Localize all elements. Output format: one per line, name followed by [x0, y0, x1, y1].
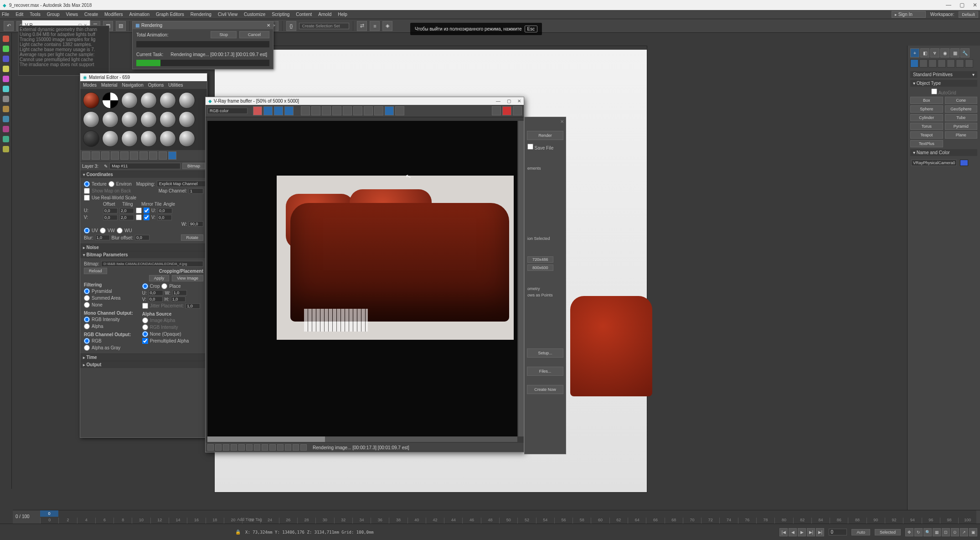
- vfb-hscrollbar[interactable]: [207, 436, 517, 442]
- vfb-close-icon[interactable]: ✕: [517, 99, 521, 104]
- workspace-dropdown[interactable]: Default: [959, 11, 978, 18]
- menu-tools[interactable]: Tools: [30, 12, 40, 17]
- cmd-modify-tab[interactable]: ◧: [920, 48, 929, 57]
- menu-animation[interactable]: Animation: [129, 12, 150, 17]
- geosphere-button[interactable]: GeoSphere: [945, 105, 978, 113]
- menu-edit[interactable]: Edit: [15, 12, 23, 17]
- cmd-utilities-tab[interactable]: 🔧: [960, 48, 970, 57]
- rgbout-alphagray[interactable]: [84, 345, 90, 351]
- createnow-button[interactable]: Create Now: [527, 385, 563, 394]
- rollout-bitmap[interactable]: ▾ Bitmap Parameters: [80, 251, 207, 258]
- vfb-stop-button[interactable]: [502, 106, 511, 115]
- filter-pyramidal[interactable]: [84, 288, 90, 294]
- material-slot[interactable]: [160, 130, 176, 147]
- vfb-btn[interactable]: [322, 106, 331, 115]
- medit-tb-btn[interactable]: [159, 151, 167, 160]
- ribbon-icon[interactable]: [3, 56, 9, 62]
- material-slot[interactable]: [179, 130, 195, 147]
- cat-spacewarps-icon[interactable]: [956, 59, 964, 68]
- vfb-vscrollbar[interactable]: [518, 121, 524, 436]
- vfb-btn[interactable]: [513, 106, 522, 115]
- render-button[interactable]: Render: [527, 131, 563, 140]
- environ-radio[interactable]: [108, 181, 114, 187]
- ribbon-icon[interactable]: [3, 76, 9, 82]
- prev-frame-button[interactable]: ◀: [789, 528, 797, 536]
- vfb-btn[interactable]: [374, 106, 383, 115]
- ribbon-icon[interactable]: [3, 86, 9, 92]
- material-slot[interactable]: [179, 92, 195, 109]
- vfb-btn[interactable]: [492, 106, 501, 115]
- cmd-display-tab[interactable]: ▦: [950, 48, 959, 57]
- nav-button[interactable]: ▣: [969, 528, 977, 536]
- v-tiling[interactable]: [119, 215, 134, 220]
- rollout-output[interactable]: ▸ Output: [80, 361, 207, 368]
- goto-end-button[interactable]: ▶|: [816, 528, 824, 536]
- showmap-check[interactable]: [84, 188, 90, 194]
- rotate-button[interactable]: Rotate: [181, 234, 203, 241]
- premult-check[interactable]: [142, 338, 148, 344]
- menu-civilview[interactable]: Civil View: [218, 12, 237, 17]
- u-tile[interactable]: [144, 208, 150, 213]
- material-slot[interactable]: [83, 111, 99, 128]
- plane-button[interactable]: Plane: [945, 131, 978, 139]
- filter-summed[interactable]: [84, 295, 90, 301]
- signin-dropdown[interactable]: ▸ Sign In: [892, 11, 926, 18]
- nav-button[interactable]: ↻: [914, 528, 923, 536]
- textplus-button[interactable]: TextPlus: [910, 140, 943, 147]
- cmd-hierarchy-tab[interactable]: ⛛: [930, 48, 939, 57]
- crop-u[interactable]: [149, 290, 163, 296]
- w-angle[interactable]: [189, 221, 203, 227]
- ribbon-icon[interactable]: [3, 126, 9, 132]
- vfb-btn[interactable]: [301, 106, 310, 115]
- vfb-canvas[interactable]: [207, 121, 517, 436]
- cancel-button[interactable]: Cancel: [239, 31, 269, 38]
- autogrid-check[interactable]: [931, 88, 937, 94]
- minimize-icon[interactable]: —: [946, 2, 951, 8]
- mono-rgbint[interactable]: [84, 317, 90, 322]
- menu-rendering[interactable]: Rendering: [191, 12, 211, 17]
- objtype-rollout[interactable]: ▾ Object Type: [910, 80, 977, 87]
- teapot-button[interactable]: Teapot: [910, 131, 943, 139]
- menu-modifiers[interactable]: Modifiers: [104, 12, 123, 17]
- cat-lights-icon[interactable]: [928, 59, 937, 68]
- ribbon-icon[interactable]: [3, 116, 9, 122]
- material-slot[interactable]: [102, 130, 119, 147]
- texture-radio[interactable]: [84, 181, 90, 187]
- material-slot[interactable]: [102, 92, 119, 109]
- vfb-btn[interactable]: [332, 106, 341, 115]
- medit-tb-btn[interactable]: [120, 151, 129, 160]
- vfb-sbtn[interactable]: [231, 444, 237, 451]
- cat-systems-icon[interactable]: [965, 59, 973, 68]
- mapping-dropdown[interactable]: Explicit Map Channel: [157, 181, 207, 187]
- material-slot[interactable]: [102, 111, 119, 128]
- material-slot[interactable]: [121, 111, 138, 128]
- crop-radio[interactable]: [142, 283, 148, 289]
- addtag-label[interactable]: Add Time Tag: [237, 517, 262, 522]
- material-slot[interactable]: [83, 92, 99, 109]
- nav-button[interactable]: 🔍: [923, 528, 932, 536]
- vfb-btn[interactable]: [364, 106, 373, 115]
- vfb-sbtn[interactable]: [269, 444, 276, 451]
- cat-geometry-icon[interactable]: [910, 59, 918, 68]
- jitter-check[interactable]: [142, 303, 148, 309]
- menu-grapheditors[interactable]: Graph Editors: [156, 12, 184, 17]
- savefile-check[interactable]: [527, 144, 533, 150]
- rollout-time[interactable]: ▸ Time: [80, 354, 207, 361]
- files-button[interactable]: Files...: [527, 367, 563, 376]
- size-800-button[interactable]: 800x600: [527, 265, 553, 271]
- material-slot[interactable]: [179, 111, 195, 128]
- namecolor-rollout[interactable]: ▾ Name and Color: [910, 149, 977, 156]
- vfb-sbtn[interactable]: [254, 444, 260, 451]
- menu-views[interactable]: Views: [66, 12, 78, 17]
- medit-tb-btn[interactable]: [92, 151, 100, 160]
- menu-group[interactable]: Group: [47, 12, 60, 17]
- material-slot[interactable]: [160, 111, 176, 128]
- stop-button[interactable]: Stop: [211, 31, 237, 38]
- vfb-btn[interactable]: [353, 106, 362, 115]
- v-offset[interactable]: [103, 215, 118, 220]
- vfb-sbtn[interactable]: [285, 444, 291, 451]
- uv-radio[interactable]: [84, 228, 90, 234]
- medit-tb-btn[interactable]: [130, 151, 138, 160]
- ribbon-icon[interactable]: [3, 136, 9, 142]
- goto-start-button[interactable]: |◀: [779, 528, 788, 536]
